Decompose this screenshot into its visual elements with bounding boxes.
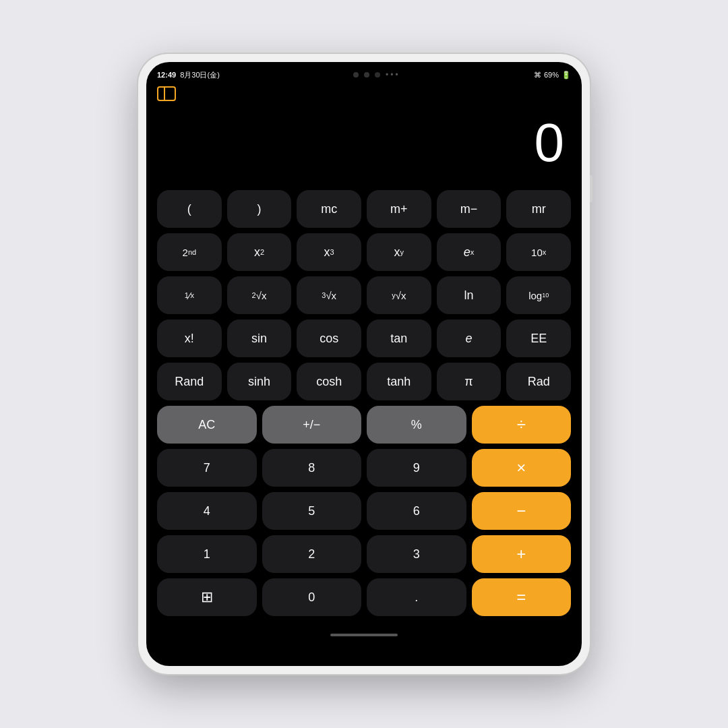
one-over-x-button[interactable]: 1⁄x bbox=[157, 276, 222, 314]
cosh-button[interactable]: cosh bbox=[297, 363, 361, 400]
factorial-button[interactable]: x! bbox=[157, 320, 222, 357]
battery-icon: 🔋 bbox=[562, 71, 571, 80]
ln-button[interactable]: ln bbox=[437, 276, 502, 314]
subtract-button[interactable]: − bbox=[472, 492, 572, 530]
percent-button[interactable]: % bbox=[367, 406, 466, 444]
seven-button[interactable]: 7 bbox=[157, 449, 257, 487]
three-button[interactable]: 3 bbox=[367, 535, 466, 573]
tanh-button[interactable]: tanh bbox=[367, 363, 431, 400]
divide-button[interactable]: ÷ bbox=[472, 406, 572, 444]
home-bar bbox=[330, 634, 398, 636]
x-cubed-button[interactable]: x3 bbox=[297, 233, 361, 271]
tan-button[interactable]: tan bbox=[367, 320, 431, 357]
ac-button[interactable]: AC bbox=[157, 406, 257, 444]
side-button bbox=[590, 175, 593, 202]
three-dots: ••• bbox=[386, 70, 400, 80]
sinh-button[interactable]: sinh bbox=[227, 363, 292, 400]
calculator-icon-button[interactable]: ⊞ bbox=[157, 578, 257, 616]
y-root-button[interactable]: y√x bbox=[367, 276, 431, 314]
one-button[interactable]: 1 bbox=[157, 535, 257, 573]
mr-button[interactable]: mr bbox=[506, 190, 571, 228]
battery-text: 69% bbox=[544, 71, 559, 79]
four-button[interactable]: 4 bbox=[157, 492, 257, 530]
rad-button[interactable]: Rad bbox=[506, 363, 571, 400]
btn-row-6: AC +/− % ÷ bbox=[157, 406, 571, 444]
ipad-frame: 12:49 8月30日(金) ••• ⌘ 69% 🔋 0 bbox=[138, 54, 590, 674]
camera-dot-1 bbox=[353, 72, 359, 78]
nine-button[interactable]: 9 bbox=[367, 449, 466, 487]
euler-button[interactable]: e bbox=[437, 320, 502, 357]
rand-button[interactable]: Rand bbox=[157, 363, 222, 400]
cube-root-button[interactable]: 3√x bbox=[297, 276, 361, 314]
sidebar-toggle-icon[interactable] bbox=[157, 86, 176, 101]
status-date: 8月30日(金) bbox=[180, 70, 220, 80]
eight-button[interactable]: 8 bbox=[262, 449, 362, 487]
status-right: ⌘ 69% 🔋 bbox=[534, 71, 571, 80]
add-button[interactable]: + bbox=[472, 535, 572, 573]
camera-dot-2 bbox=[364, 72, 369, 78]
ipad-screen: 12:49 8月30日(金) ••• ⌘ 69% 🔋 0 bbox=[146, 62, 582, 666]
ten-to-x-button[interactable]: 10x bbox=[506, 233, 571, 271]
six-button[interactable]: 6 bbox=[367, 492, 466, 530]
btn-row-5: Rand sinh cosh tanh π Rad bbox=[157, 363, 571, 400]
pi-button[interactable]: π bbox=[437, 363, 502, 400]
wifi-icon: ⌘ bbox=[534, 71, 541, 80]
calculator-display: 0 bbox=[146, 104, 582, 185]
status-left: 12:49 8月30日(金) bbox=[157, 70, 220, 80]
btn-row-2: 2nd x2 x3 xy ex 10x bbox=[157, 233, 571, 271]
btn-row-10: ⊞ 0 . = bbox=[157, 578, 571, 616]
plus-minus-button[interactable]: +/− bbox=[262, 406, 362, 444]
sin-button[interactable]: sin bbox=[227, 320, 292, 357]
status-time: 12:49 bbox=[157, 71, 176, 79]
equals-button[interactable]: = bbox=[472, 578, 572, 616]
btn-row-4: x! sin cos tan e EE bbox=[157, 320, 571, 357]
zero-button[interactable]: 0 bbox=[262, 578, 362, 616]
btn-row-3: 1⁄x 2√x 3√x y√x ln log10 bbox=[157, 276, 571, 314]
m-minus-button[interactable]: m− bbox=[437, 190, 502, 228]
camera-area: ••• bbox=[353, 70, 400, 80]
square-root-button[interactable]: 2√x bbox=[227, 276, 292, 314]
right-paren-button[interactable]: ) bbox=[227, 190, 292, 228]
buttons-area: ( ) mc m+ m− mr 2nd x2 x3 xy ex 10x 1⁄x … bbox=[146, 185, 582, 627]
home-indicator bbox=[146, 627, 582, 643]
btn-row-8: 4 5 6 − bbox=[157, 492, 571, 530]
e-to-x-button[interactable]: ex bbox=[437, 233, 502, 271]
btn-row-1: ( ) mc m+ m− mr bbox=[157, 190, 571, 228]
two-button[interactable]: 2 bbox=[262, 535, 362, 573]
btn-row-7: 7 8 9 × bbox=[157, 449, 571, 487]
m-plus-button[interactable]: m+ bbox=[367, 190, 431, 228]
decimal-button[interactable]: . bbox=[367, 578, 466, 616]
camera-dot-3 bbox=[375, 72, 380, 78]
ee-button[interactable]: EE bbox=[506, 320, 571, 357]
cos-button[interactable]: cos bbox=[297, 320, 361, 357]
multiply-button[interactable]: × bbox=[472, 449, 572, 487]
btn-row-9: 1 2 3 + bbox=[157, 535, 571, 573]
x-squared-button[interactable]: x2 bbox=[227, 233, 292, 271]
status-bar: 12:49 8月30日(金) ••• ⌘ 69% 🔋 bbox=[146, 62, 582, 84]
left-paren-button[interactable]: ( bbox=[157, 190, 222, 228]
log10-button[interactable]: log10 bbox=[506, 276, 571, 314]
mc-button[interactable]: mc bbox=[297, 190, 361, 228]
display-value: 0 bbox=[535, 112, 564, 174]
toolbar bbox=[146, 84, 582, 104]
second-button[interactable]: 2nd bbox=[157, 233, 222, 271]
five-button[interactable]: 5 bbox=[262, 492, 362, 530]
x-to-y-button[interactable]: xy bbox=[367, 233, 431, 271]
